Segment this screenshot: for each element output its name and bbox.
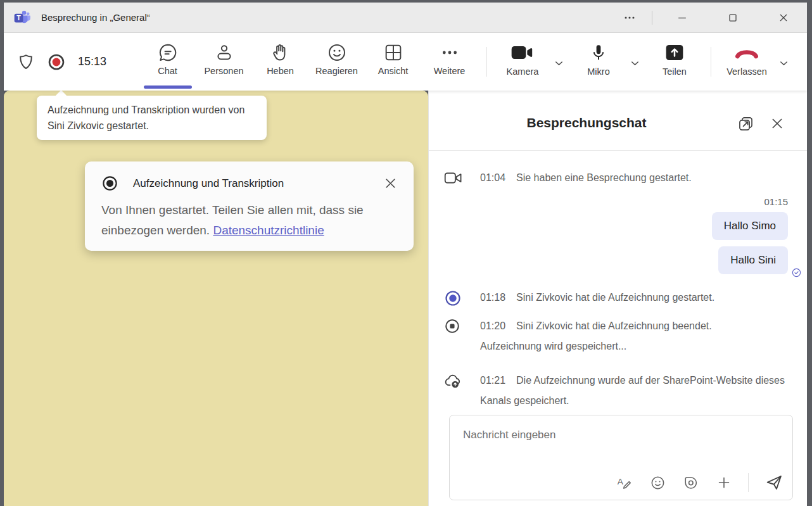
svg-text:T: T: [16, 14, 21, 22]
meeting-status: 15:13: [17, 33, 106, 91]
close-icon: [769, 115, 785, 132]
teams-logo-icon: T: [13, 9, 30, 26]
message-composer[interactable]: Nachricht eingeben A: [449, 415, 793, 500]
camera-chevron-button[interactable]: [553, 57, 565, 69]
meeting-chat-panel: Besprechungschat 01:04Sie haben eine Bes…: [428, 91, 807, 506]
chat-bubble: Hallo Sini: [718, 246, 788, 274]
camera-outline-icon: [444, 168, 480, 188]
leave-button[interactable]: Verlassen: [721, 42, 773, 77]
chevron-down-icon: [778, 57, 790, 69]
loop-button[interactable]: [683, 475, 699, 491]
notification-title: Aufzeichnung und Transkription: [133, 177, 284, 190]
shield-icon: [17, 53, 35, 72]
close-icon: [383, 175, 398, 191]
share-button[interactable]: Teilen: [655, 42, 694, 77]
message-text: Sini Zivkovic hat die Aufzeichnung beend…: [516, 320, 712, 331]
mic-chevron-button[interactable]: [629, 57, 641, 69]
people-icon: [214, 42, 234, 63]
more-dots-icon: [440, 42, 460, 63]
system-message-meeting-started: 01:04Sie haben eine Besprechung gestarte…: [444, 168, 788, 188]
popout-icon: [737, 115, 754, 132]
tab-ansicht[interactable]: Ansicht: [365, 33, 421, 91]
tab-weitere[interactable]: Weitere: [421, 33, 478, 91]
toolbar-nav: Chat Personen Heben Reagieren Ansicht We…: [139, 33, 478, 91]
plus-icon: [716, 474, 732, 491]
message-time: 01:04: [480, 172, 505, 183]
popout-button[interactable]: [737, 115, 754, 132]
hangup-icon: [732, 42, 762, 63]
composer-actions: A: [616, 473, 783, 492]
chat-bubble: Hallo Simo: [712, 212, 788, 240]
message-text: Sini Zivkovic hat die Aufzeichnung gesta…: [516, 292, 714, 303]
delivered-check-icon: [791, 267, 802, 278]
stop-icon: [444, 316, 480, 357]
message-text: Die Aufzeichnung wurde auf der SharePoin…: [480, 375, 785, 406]
chevron-down-icon: [553, 57, 565, 69]
message-time: 01:21: [480, 375, 505, 386]
meeting-toolbar: 15:13 Chat Personen Heben Reagieren Ansi…: [4, 33, 807, 91]
toolbar-divider: [486, 47, 487, 77]
record-icon: [444, 288, 480, 308]
notification-close-button[interactable]: [383, 175, 398, 191]
titlebar-divider: [652, 11, 652, 25]
camera-button[interactable]: Kamera: [503, 42, 542, 77]
minimize-button[interactable]: [664, 3, 701, 32]
camera-icon: [509, 42, 536, 63]
meeting-timer: 15:13: [78, 55, 106, 68]
attach-plus-button[interactable]: [716, 474, 732, 491]
format-button[interactable]: A: [616, 474, 633, 491]
cloud-upload-icon: [444, 370, 480, 411]
tab-personen[interactable]: Personen: [196, 33, 252, 91]
titlebar-more-button[interactable]: [611, 3, 648, 32]
tooltip-text: Aufzeichnung und Transkription wurden vo…: [48, 104, 244, 131]
raise-hand-icon: [270, 42, 291, 63]
self-messages: Hallo Simo Hallo Sini: [444, 212, 788, 281]
leave-chevron-button[interactable]: [778, 57, 790, 69]
send-icon: [764, 473, 783, 492]
system-message-recording-started: 01:18Sini Zivkovic hat die Aufzeichnung …: [444, 288, 788, 308]
record-icon: [101, 175, 118, 192]
send-button[interactable]: [764, 473, 783, 492]
tab-reagieren[interactable]: Reagieren: [308, 33, 365, 91]
loop-icon: [683, 475, 699, 491]
maximize-button[interactable]: [714, 3, 751, 32]
minimize-icon: [676, 11, 688, 24]
more-dots-icon: [623, 11, 637, 25]
privacy-policy-link[interactable]: Datenschutzrichtlinie: [213, 224, 324, 237]
chat-close-button[interactable]: [769, 115, 785, 132]
recording-tooltip: Aufzeichnung und Transkription wurden vo…: [37, 96, 267, 140]
maximize-icon: [726, 11, 739, 24]
close-icon: [777, 11, 790, 24]
view-grid-icon: [383, 42, 403, 63]
tab-heben[interactable]: Heben: [252, 33, 308, 91]
system-message-recording-saved: 01:21Die Aufzeichnung wurde auf der Shar…: [444, 370, 788, 411]
chat-panel-title: Besprechungschat: [526, 115, 646, 130]
svg-text:A: A: [618, 477, 623, 486]
meeting-stage: Aufzeichnung und Transkription wurden vo…: [4, 91, 428, 506]
close-window-button[interactable]: [765, 3, 802, 32]
chevron-down-icon: [629, 57, 641, 69]
tab-chat[interactable]: Chat: [139, 33, 196, 91]
message-text: Sie haben eine Besprechung gestartet.: [516, 172, 692, 183]
share-screen-icon: [663, 42, 686, 63]
mic-button[interactable]: Mikro: [579, 42, 618, 77]
message-input[interactable]: Nachricht eingeben: [463, 429, 555, 441]
active-tab-underline: [144, 85, 192, 89]
system-message-recording-stopped: 01:20Sini Zivkovic hat die Aufzeichnung …: [444, 316, 788, 357]
message-time: 01:18: [480, 292, 505, 303]
timestamp: 01:15: [444, 196, 788, 207]
titlebar: T Besprechung in „General“: [4, 3, 807, 33]
chat-header: Besprechungschat: [429, 91, 807, 151]
mic-icon: [589, 42, 608, 63]
format-icon: A: [616, 474, 633, 491]
emoji-icon: [650, 475, 666, 491]
message-text-line2: Aufzeichnung wird gespeichert...: [480, 341, 626, 351]
window-title: Besprechung in „General“: [41, 12, 150, 23]
emoji-button[interactable]: [650, 475, 666, 491]
message-time: 01:20: [480, 320, 505, 331]
recording-indicator-icon: [47, 53, 66, 72]
composer-divider: [748, 473, 749, 492]
toolbar-divider: [711, 47, 711, 77]
recording-notification: Aufzeichnung und Transkription Von Ihnen…: [85, 161, 414, 251]
chat-icon: [158, 42, 178, 63]
